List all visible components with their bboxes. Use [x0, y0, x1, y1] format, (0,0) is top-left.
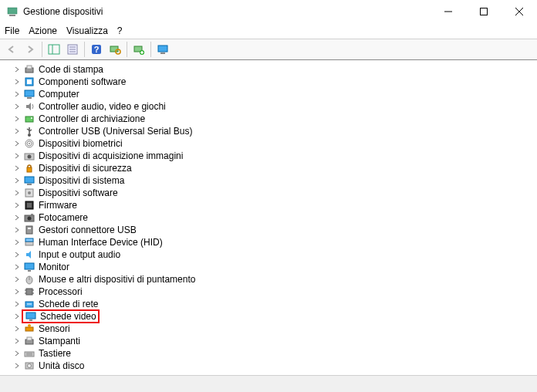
scan-hardware-button[interactable] — [106, 41, 123, 58]
expand-icon[interactable] — [12, 102, 22, 111]
maximize-button[interactable] — [466, 0, 502, 23]
softdev-icon — [23, 187, 35, 199]
tree-item-label: Processori — [39, 286, 83, 298]
tree-item[interactable]: Tastiere — [12, 347, 537, 360]
expand-icon[interactable] — [12, 176, 22, 185]
tree-item[interactable]: Processori — [12, 286, 537, 298]
device-tree[interactable]: Code di stampaComponenti softwareCompute… — [0, 60, 537, 375]
svg-rect-0 — [8, 8, 17, 14]
expand-icon[interactable] — [12, 225, 22, 235]
svg-rect-28 — [25, 117, 33, 122]
expand-icon[interactable] — [12, 361, 22, 370]
remote-computer-button[interactable] — [154, 41, 171, 58]
tree-item[interactable]: Firmware — [12, 199, 537, 211]
expand-icon[interactable] — [12, 77, 22, 86]
expand-icon[interactable] — [12, 312, 22, 321]
expand-icon[interactable] — [12, 287, 22, 296]
tree-item[interactable]: Stampanti — [12, 335, 537, 347]
svg-point-43 — [28, 191, 31, 194]
tree-item[interactable]: Controller audio, video e giochi — [12, 100, 537, 113]
tree-item[interactable]: Unità disco — [12, 360, 537, 372]
menu-action[interactable]: Azione — [29, 25, 57, 36]
tree-item-label: Schede video — [40, 310, 96, 323]
menu-file[interactable]: File — [5, 25, 19, 36]
menubar: File Azione Visualizza ? — [0, 23, 537, 39]
expand-icon[interactable] — [12, 65, 22, 74]
tree-item[interactable]: Controller di archiviazione — [12, 113, 537, 125]
expand-icon[interactable] — [12, 250, 22, 259]
expand-icon[interactable] — [12, 139, 22, 148]
tree-item[interactable]: Computer — [12, 88, 537, 100]
expand-icon[interactable] — [12, 90, 22, 99]
svg-rect-45 — [27, 203, 32, 208]
add-hardware-button[interactable] — [130, 41, 147, 58]
svg-point-38 — [28, 155, 32, 159]
tree-item-label: Schede di rete — [39, 298, 98, 310]
svg-rect-6 — [49, 45, 59, 54]
forward-button[interactable] — [22, 41, 39, 58]
tree-item[interactable]: Dispositivi software — [12, 187, 537, 199]
audio-io-icon — [23, 248, 35, 261]
svg-rect-48 — [31, 214, 33, 215]
tree-item[interactable]: Dispositivi di acquisizione immagini — [12, 150, 537, 162]
svg-rect-39 — [27, 167, 32, 172]
security-icon — [23, 162, 35, 174]
tree-item[interactable]: Schede video — [12, 310, 537, 323]
tree-item[interactable]: Dispositivi di sistema — [12, 174, 537, 187]
minimize-button[interactable] — [431, 0, 466, 23]
tree-item[interactable]: Componenti software — [12, 76, 537, 88]
back-button[interactable] — [3, 41, 20, 58]
help-button[interactable]: ? — [88, 41, 105, 58]
tree-item-label: Mouse e altri dispositivi di puntamento — [39, 273, 195, 286]
tree-item[interactable]: Code di stampa — [12, 63, 537, 76]
svg-rect-40 — [25, 177, 34, 183]
tree-item[interactable]: Dispositivi di sicurezza — [12, 162, 537, 174]
tree-item[interactable]: Dispositivi biometrici — [12, 137, 537, 150]
imaging-icon — [23, 150, 35, 162]
tree-item-label: Dispositivi software — [39, 187, 118, 199]
network-icon — [23, 298, 35, 310]
toolbar-separator — [84, 42, 85, 57]
tree-item[interactable]: Mouse e altri dispositivi di puntamento — [12, 273, 537, 286]
expand-icon[interactable] — [12, 299, 22, 309]
svg-rect-57 — [26, 289, 32, 295]
sensor-icon — [23, 323, 35, 335]
svg-rect-23 — [27, 66, 32, 69]
tree-item[interactable]: Monitor — [12, 261, 537, 273]
tree-item[interactable]: Sensori — [12, 323, 537, 335]
tree-item-label: Sensori — [39, 323, 70, 335]
properties-button[interactable] — [64, 41, 81, 58]
expand-icon[interactable] — [12, 213, 22, 222]
expand-icon[interactable] — [12, 164, 22, 173]
tree-item[interactable]: Fotocamere — [12, 211, 537, 224]
expand-icon[interactable] — [12, 262, 22, 272]
tree-item[interactable]: Controller USB (Universal Serial Bus) — [12, 125, 537, 137]
tree-item[interactable]: Schede di rete — [12, 298, 537, 310]
tree-item-label: Human Interface Device (HID) — [39, 236, 163, 248]
tree-item[interactable]: Input e output audio — [12, 248, 537, 261]
expand-icon[interactable] — [12, 336, 22, 346]
expand-icon[interactable] — [12, 188, 22, 198]
close-button[interactable] — [502, 0, 537, 23]
window-title: Gestione dispositivi — [23, 6, 431, 17]
show-hide-tree-button[interactable] — [46, 41, 62, 58]
tree-item-label: Gestori connettore USB — [39, 224, 137, 236]
menu-help[interactable]: ? — [117, 25, 123, 36]
expand-icon[interactable] — [12, 275, 22, 284]
tree-item-label: Dispositivi di acquisizione immagini — [39, 150, 183, 162]
tree-item[interactable]: Human Interface Device (HID) — [12, 236, 537, 248]
expand-icon[interactable] — [12, 127, 22, 136]
tree-item[interactable]: Gestori connettore USB — [12, 224, 537, 236]
expand-icon[interactable] — [12, 151, 22, 161]
svg-rect-49 — [26, 226, 32, 234]
svg-rect-3 — [481, 8, 488, 15]
menu-view[interactable]: Visualizza — [66, 25, 108, 36]
tree-item-label: Controller audio, video e giochi — [39, 100, 166, 113]
tree-item-label: Controller USB (Universal Serial Bus) — [39, 125, 192, 137]
expand-icon[interactable] — [12, 324, 22, 333]
expand-icon[interactable] — [12, 114, 22, 123]
expand-icon[interactable] — [12, 349, 22, 358]
expand-icon[interactable] — [12, 201, 22, 210]
usb-connector-icon — [23, 224, 35, 236]
expand-icon[interactable] — [12, 238, 22, 247]
